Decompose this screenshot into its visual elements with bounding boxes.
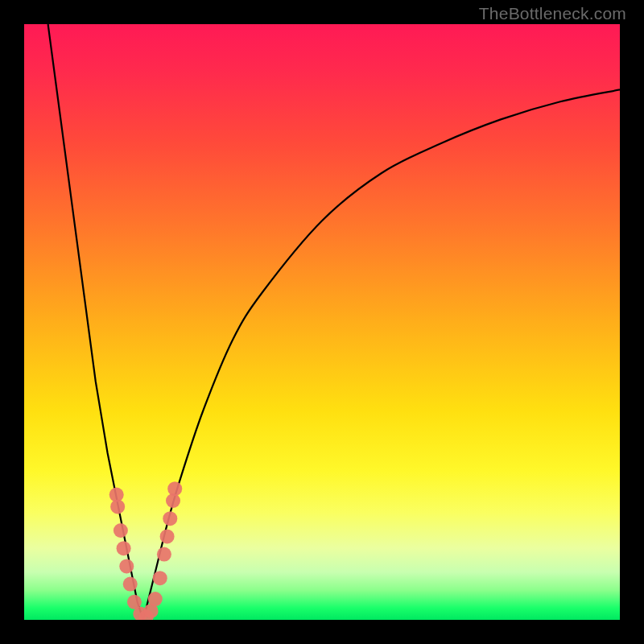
right-branch-line <box>143 89 620 620</box>
left-branch-line <box>48 24 143 620</box>
marker-point <box>163 511 177 526</box>
marker-point <box>117 541 131 555</box>
watermark-text: TheBottleneck.com <box>479 4 626 23</box>
chart-frame: TheBottleneck.com <box>0 0 644 644</box>
marker-point <box>148 592 163 606</box>
marker-point <box>123 577 138 592</box>
marker-point <box>119 559 134 573</box>
marker-point <box>114 523 128 538</box>
marker-point <box>110 499 125 514</box>
scatter-markers <box>109 481 183 620</box>
marker-point <box>167 481 182 496</box>
curve-lines <box>48 24 620 620</box>
marker-point <box>160 529 175 543</box>
marker-point <box>153 571 167 585</box>
marker-point <box>157 547 171 562</box>
chart-svg <box>24 24 620 620</box>
plot-area <box>24 24 620 620</box>
